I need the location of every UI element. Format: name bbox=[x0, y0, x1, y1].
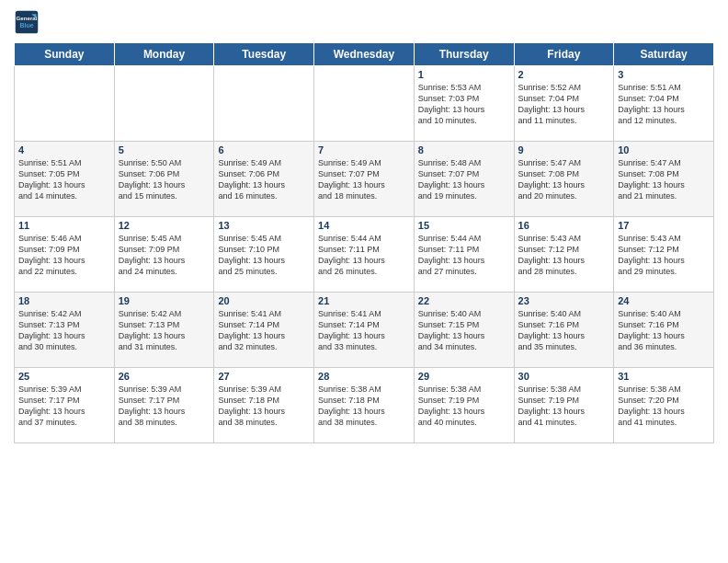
day-info: Sunrise: 5:38 AM Sunset: 7:19 PM Dayligh… bbox=[518, 384, 610, 429]
day-cell: 7Sunrise: 5:49 AM Sunset: 7:07 PM Daylig… bbox=[314, 142, 415, 217]
day-info: Sunrise: 5:40 AM Sunset: 7:16 PM Dayligh… bbox=[518, 308, 610, 353]
day-number: 6 bbox=[218, 144, 310, 155]
day-info: Sunrise: 5:52 AM Sunset: 7:04 PM Dayligh… bbox=[518, 82, 610, 127]
day-info: Sunrise: 5:47 AM Sunset: 7:08 PM Dayligh… bbox=[618, 157, 710, 202]
day-cell: 31Sunrise: 5:38 AM Sunset: 7:20 PM Dayli… bbox=[614, 368, 714, 443]
week-row-3: 18Sunrise: 5:42 AM Sunset: 7:13 PM Dayli… bbox=[15, 293, 714, 368]
calendar-header: SundayMondayTuesdayWednesdayThursdayFrid… bbox=[15, 43, 714, 66]
day-info: Sunrise: 5:38 AM Sunset: 7:20 PM Dayligh… bbox=[618, 384, 710, 429]
day-number: 25 bbox=[18, 371, 110, 382]
day-info: Sunrise: 5:39 AM Sunset: 7:17 PM Dayligh… bbox=[18, 384, 110, 429]
day-cell: 6Sunrise: 5:49 AM Sunset: 7:06 PM Daylig… bbox=[214, 142, 314, 217]
week-row-2: 11Sunrise: 5:46 AM Sunset: 7:09 PM Dayli… bbox=[15, 217, 714, 293]
day-info: Sunrise: 5:41 AM Sunset: 7:14 PM Dayligh… bbox=[318, 308, 410, 353]
day-info: Sunrise: 5:46 AM Sunset: 7:09 PM Dayligh… bbox=[18, 233, 110, 278]
day-info: Sunrise: 5:42 AM Sunset: 7:13 PM Dayligh… bbox=[119, 308, 210, 353]
day-number: 10 bbox=[618, 144, 710, 155]
day-number: 22 bbox=[418, 295, 510, 306]
day-cell: 13Sunrise: 5:45 AM Sunset: 7:10 PM Dayli… bbox=[214, 217, 314, 293]
calendar-table: SundayMondayTuesdayWednesdayThursdayFrid… bbox=[14, 42, 714, 443]
day-number: 11 bbox=[18, 220, 110, 231]
day-number: 13 bbox=[218, 220, 310, 231]
day-info: Sunrise: 5:45 AM Sunset: 7:10 PM Dayligh… bbox=[218, 233, 310, 278]
logo: General Blue bbox=[14, 9, 40, 35]
week-row-0: 1Sunrise: 5:53 AM Sunset: 7:03 PM Daylig… bbox=[15, 66, 714, 142]
day-number: 16 bbox=[518, 220, 610, 231]
svg-text:Blue: Blue bbox=[19, 22, 33, 29]
day-number: 1 bbox=[418, 69, 510, 80]
day-cell: 22Sunrise: 5:40 AM Sunset: 7:15 PM Dayli… bbox=[414, 293, 514, 368]
day-cell: 23Sunrise: 5:40 AM Sunset: 7:16 PM Dayli… bbox=[514, 293, 614, 368]
day-cell: 29Sunrise: 5:38 AM Sunset: 7:19 PM Dayli… bbox=[414, 368, 514, 443]
day-info: Sunrise: 5:41 AM Sunset: 7:14 PM Dayligh… bbox=[218, 308, 310, 353]
day-number: 17 bbox=[618, 220, 710, 231]
weekday-wednesday: Wednesday bbox=[314, 43, 415, 66]
day-info: Sunrise: 5:51 AM Sunset: 7:04 PM Dayligh… bbox=[618, 82, 710, 127]
day-cell: 4Sunrise: 5:51 AM Sunset: 7:05 PM Daylig… bbox=[15, 142, 115, 217]
day-number: 7 bbox=[318, 144, 410, 155]
calendar-page: General Blue SundayMondayTuesdayWednesda… bbox=[0, 0, 728, 563]
day-info: Sunrise: 5:40 AM Sunset: 7:16 PM Dayligh… bbox=[618, 308, 710, 353]
week-row-4: 25Sunrise: 5:39 AM Sunset: 7:17 PM Dayli… bbox=[15, 368, 714, 443]
day-cell: 1Sunrise: 5:53 AM Sunset: 7:03 PM Daylig… bbox=[414, 66, 514, 142]
day-cell: 16Sunrise: 5:43 AM Sunset: 7:12 PM Dayli… bbox=[514, 217, 614, 293]
day-number: 24 bbox=[618, 295, 710, 306]
day-cell: 21Sunrise: 5:41 AM Sunset: 7:14 PM Dayli… bbox=[314, 293, 415, 368]
day-number: 19 bbox=[119, 295, 210, 306]
day-cell: 18Sunrise: 5:42 AM Sunset: 7:13 PM Dayli… bbox=[15, 293, 115, 368]
day-number: 3 bbox=[618, 69, 710, 80]
day-cell: 11Sunrise: 5:46 AM Sunset: 7:09 PM Dayli… bbox=[15, 217, 115, 293]
day-cell: 15Sunrise: 5:44 AM Sunset: 7:11 PM Dayli… bbox=[414, 217, 514, 293]
day-cell bbox=[114, 66, 214, 142]
weekday-tuesday: Tuesday bbox=[214, 43, 314, 66]
day-info: Sunrise: 5:48 AM Sunset: 7:07 PM Dayligh… bbox=[418, 157, 510, 202]
weekday-sunday: Sunday bbox=[15, 43, 115, 66]
day-info: Sunrise: 5:38 AM Sunset: 7:18 PM Dayligh… bbox=[318, 384, 410, 429]
day-cell: 25Sunrise: 5:39 AM Sunset: 7:17 PM Dayli… bbox=[15, 368, 115, 443]
day-info: Sunrise: 5:53 AM Sunset: 7:03 PM Dayligh… bbox=[418, 82, 510, 127]
day-cell: 9Sunrise: 5:47 AM Sunset: 7:08 PM Daylig… bbox=[514, 142, 614, 217]
day-cell: 8Sunrise: 5:48 AM Sunset: 7:07 PM Daylig… bbox=[414, 142, 514, 217]
day-number: 31 bbox=[618, 371, 710, 382]
day-info: Sunrise: 5:50 AM Sunset: 7:06 PM Dayligh… bbox=[119, 157, 210, 202]
day-info: Sunrise: 5:51 AM Sunset: 7:05 PM Dayligh… bbox=[18, 157, 110, 202]
logo-icon: General Blue bbox=[14, 9, 40, 35]
day-number: 18 bbox=[18, 295, 110, 306]
day-cell: 30Sunrise: 5:38 AM Sunset: 7:19 PM Dayli… bbox=[514, 368, 614, 443]
day-number: 2 bbox=[518, 69, 610, 80]
day-info: Sunrise: 5:40 AM Sunset: 7:15 PM Dayligh… bbox=[418, 308, 510, 353]
calendar-body: 1Sunrise: 5:53 AM Sunset: 7:03 PM Daylig… bbox=[15, 66, 714, 443]
day-number: 28 bbox=[318, 371, 410, 382]
header: General Blue bbox=[14, 9, 714, 35]
day-number: 14 bbox=[318, 220, 410, 231]
week-row-1: 4Sunrise: 5:51 AM Sunset: 7:05 PM Daylig… bbox=[15, 142, 714, 217]
day-cell: 24Sunrise: 5:40 AM Sunset: 7:16 PM Dayli… bbox=[614, 293, 714, 368]
weekday-monday: Monday bbox=[114, 43, 214, 66]
day-number: 27 bbox=[218, 371, 310, 382]
day-cell bbox=[314, 66, 415, 142]
day-cell: 2Sunrise: 5:52 AM Sunset: 7:04 PM Daylig… bbox=[514, 66, 614, 142]
weekday-thursday: Thursday bbox=[414, 43, 514, 66]
day-cell: 5Sunrise: 5:50 AM Sunset: 7:06 PM Daylig… bbox=[114, 142, 214, 217]
day-cell: 27Sunrise: 5:39 AM Sunset: 7:18 PM Dayli… bbox=[214, 368, 314, 443]
day-info: Sunrise: 5:47 AM Sunset: 7:08 PM Dayligh… bbox=[518, 157, 610, 202]
day-number: 9 bbox=[518, 144, 610, 155]
day-number: 4 bbox=[18, 144, 110, 155]
day-cell: 26Sunrise: 5:39 AM Sunset: 7:17 PM Dayli… bbox=[114, 368, 214, 443]
day-cell: 20Sunrise: 5:41 AM Sunset: 7:14 PM Dayli… bbox=[214, 293, 314, 368]
day-info: Sunrise: 5:49 AM Sunset: 7:07 PM Dayligh… bbox=[318, 157, 410, 202]
weekday-header-row: SundayMondayTuesdayWednesdayThursdayFrid… bbox=[15, 43, 714, 66]
day-info: Sunrise: 5:49 AM Sunset: 7:06 PM Dayligh… bbox=[218, 157, 310, 202]
day-cell: 17Sunrise: 5:43 AM Sunset: 7:12 PM Dayli… bbox=[614, 217, 714, 293]
day-number: 29 bbox=[418, 371, 510, 382]
day-info: Sunrise: 5:43 AM Sunset: 7:12 PM Dayligh… bbox=[618, 233, 710, 278]
day-cell: 12Sunrise: 5:45 AM Sunset: 7:09 PM Dayli… bbox=[114, 217, 214, 293]
day-info: Sunrise: 5:45 AM Sunset: 7:09 PM Dayligh… bbox=[119, 233, 210, 278]
day-number: 12 bbox=[119, 220, 210, 231]
day-cell bbox=[214, 66, 314, 142]
day-cell bbox=[15, 66, 115, 142]
day-number: 26 bbox=[119, 371, 210, 382]
day-info: Sunrise: 5:39 AM Sunset: 7:17 PM Dayligh… bbox=[119, 384, 210, 429]
day-cell: 10Sunrise: 5:47 AM Sunset: 7:08 PM Dayli… bbox=[614, 142, 714, 217]
day-info: Sunrise: 5:39 AM Sunset: 7:18 PM Dayligh… bbox=[218, 384, 310, 429]
